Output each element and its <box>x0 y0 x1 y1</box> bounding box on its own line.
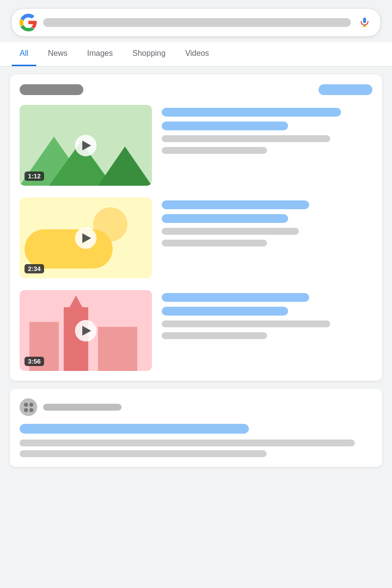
video-results-card: 1:12 2:34 <box>10 74 382 381</box>
video-info-2 <box>162 197 372 278</box>
video-desc-1b <box>162 147 267 154</box>
video-thumbnail-2[interactable]: 2:34 <box>20 197 152 278</box>
bottom-result-card <box>10 389 382 467</box>
play-triangle-icon <box>82 326 91 336</box>
play-triangle-icon <box>82 141 91 150</box>
video-title-2 <box>162 200 309 209</box>
video-desc-1a <box>162 135 330 142</box>
play-button-2[interactable] <box>75 227 97 249</box>
video-info-1 <box>162 105 372 186</box>
video-channel-1 <box>162 122 288 130</box>
building-right <box>98 327 137 371</box>
google-logo <box>20 14 37 31</box>
favicon-dot-3 <box>24 408 28 412</box>
search-input[interactable] <box>43 18 351 27</box>
result-desc-1 <box>20 440 355 446</box>
video-channel-2 <box>162 214 288 223</box>
search-bar-container <box>0 0 392 36</box>
tab-news[interactable]: News <box>40 42 75 66</box>
tab-videos[interactable]: Videos <box>177 42 217 66</box>
video-item-1[interactable]: 1:12 <box>20 105 372 186</box>
video-duration-2: 2:34 <box>24 264 44 273</box>
video-info-3 <box>162 290 372 371</box>
video-item-2[interactable]: 2:34 <box>20 197 372 278</box>
play-button-1[interactable] <box>75 135 97 156</box>
video-thumbnail-1[interactable]: 1:12 <box>20 105 152 186</box>
favicon-dots <box>22 401 35 414</box>
video-title-1 <box>162 108 341 117</box>
tab-images[interactable]: Images <box>79 42 121 66</box>
play-triangle-icon <box>82 233 91 243</box>
result-favicon <box>20 398 37 416</box>
video-item-3[interactable]: 3:56 <box>20 290 372 371</box>
video-duration-3: 3:56 <box>24 357 44 366</box>
result-source <box>43 404 122 411</box>
video-desc-2b <box>162 240 267 246</box>
favicon-dot-1 <box>24 403 28 407</box>
play-button-3[interactable] <box>75 320 97 342</box>
video-thumbnail-3[interactable]: 3:56 <box>20 290 152 371</box>
result-title[interactable] <box>20 424 249 434</box>
result-desc-2 <box>20 450 267 457</box>
card-header <box>20 84 372 95</box>
tabs-container: All News Images Shopping Videos <box>0 42 392 67</box>
cloud-shape <box>24 229 113 269</box>
result-header <box>20 398 372 416</box>
card-header-label <box>20 84 83 95</box>
video-desc-3a <box>162 320 330 327</box>
tab-all[interactable]: All <box>12 42 36 66</box>
svg-rect-0 <box>363 18 366 23</box>
main-content: 1:12 2:34 <box>0 67 392 475</box>
tab-shopping[interactable]: Shopping <box>124 42 173 66</box>
video-desc-2a <box>162 228 299 235</box>
search-bar[interactable] <box>12 9 380 36</box>
favicon-dot-2 <box>29 403 33 407</box>
tower-top <box>70 295 82 307</box>
video-channel-3 <box>162 307 288 316</box>
video-duration-1: 1:12 <box>24 172 44 181</box>
favicon-dot-4 <box>29 408 33 412</box>
card-header-button[interactable] <box>318 84 372 95</box>
video-desc-3b <box>162 332 267 339</box>
video-title-3 <box>162 293 309 302</box>
mic-icon[interactable] <box>357 15 372 30</box>
mountain-right <box>98 147 152 186</box>
